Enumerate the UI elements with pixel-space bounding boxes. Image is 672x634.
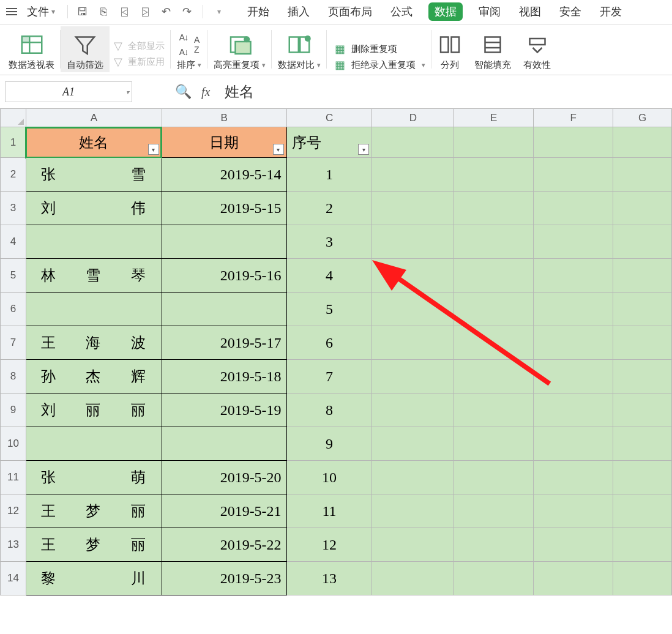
- cell-G7[interactable]: [613, 326, 672, 360]
- tab-developer[interactable]: 开发: [597, 3, 624, 20]
- cell-C6[interactable]: 5: [286, 293, 372, 326]
- cell-G3[interactable]: [613, 192, 672, 225]
- cell-F5[interactable]: [534, 259, 613, 293]
- col-header-B[interactable]: B: [162, 109, 286, 127]
- cell-F6[interactable]: [534, 293, 613, 326]
- cell-D9[interactable]: [372, 393, 454, 427]
- col-header-D[interactable]: D: [372, 109, 454, 127]
- cell-F8[interactable]: [534, 360, 613, 393]
- save-icon[interactable]: 🖫: [75, 4, 90, 19]
- cell-C14[interactable]: 13: [286, 562, 372, 595]
- cell-D13[interactable]: [372, 528, 454, 562]
- cell-E12[interactable]: [454, 494, 534, 528]
- cell-B7[interactable]: 2019-5-17: [162, 326, 286, 360]
- more-dropdown-icon[interactable]: ▾: [212, 4, 226, 19]
- cell-F11[interactable]: [534, 461, 613, 494]
- cell-D1[interactable]: [372, 127, 454, 158]
- cell-C9[interactable]: 8: [286, 393, 372, 427]
- cell-F2[interactable]: [534, 158, 613, 192]
- col-header-A[interactable]: A: [26, 109, 162, 127]
- cell-E9[interactable]: [454, 393, 534, 427]
- reapply-button[interactable]: ▽ 重新应用: [112, 55, 165, 69]
- cell-D11[interactable]: [372, 461, 454, 494]
- cell-D12[interactable]: [372, 494, 454, 528]
- col-header-F[interactable]: F: [534, 109, 613, 127]
- col-header-C[interactable]: C: [286, 109, 372, 127]
- tab-layout[interactable]: 页面布局: [326, 3, 375, 20]
- cell-C4[interactable]: 3: [286, 225, 372, 259]
- cell-F7[interactable]: [534, 326, 613, 360]
- cell-B8[interactable]: 2019-5-18: [162, 360, 286, 393]
- cell-B2[interactable]: 2019-5-14: [162, 158, 286, 192]
- cell-F14[interactable]: [534, 562, 613, 595]
- tab-view[interactable]: 视图: [517, 3, 543, 20]
- row-header[interactable]: 14: [1, 562, 26, 595]
- cell-C13[interactable]: 12: [286, 528, 372, 562]
- cell-F10[interactable]: [534, 427, 613, 461]
- cell-C12[interactable]: 11: [286, 494, 372, 528]
- sort-desc-button[interactable]: AZ: [194, 35, 199, 54]
- smart-fill-button[interactable]: 智能填充: [468, 26, 517, 72]
- row-header[interactable]: 2: [1, 158, 26, 192]
- undo-icon[interactable]: ↶: [159, 4, 173, 19]
- cell-C10[interactable]: 9: [286, 427, 372, 461]
- cell-E1[interactable]: [454, 127, 534, 158]
- row-header[interactable]: 10: [1, 427, 26, 461]
- tab-insert[interactable]: 插入: [285, 3, 312, 20]
- cell-G8[interactable]: [613, 360, 672, 393]
- select-all-corner[interactable]: [1, 109, 26, 127]
- cell-B12[interactable]: 2019-5-21: [162, 494, 286, 528]
- remove-dup-button[interactable]: ▦ 删除重复项: [333, 43, 425, 55]
- cell-E5[interactable]: [454, 259, 534, 293]
- cell-A7[interactable]: 王海波: [26, 326, 162, 360]
- cell-D4[interactable]: [372, 225, 454, 259]
- cell-B4[interactable]: [162, 225, 286, 259]
- cell-F12[interactable]: [534, 494, 613, 528]
- cell-B13[interactable]: 2019-5-22: [162, 528, 286, 562]
- cell-G13[interactable]: [613, 528, 672, 562]
- cell-C7[interactable]: 6: [286, 326, 372, 360]
- cell-B5[interactable]: 2019-5-16: [162, 259, 286, 293]
- cell-G4[interactable]: [613, 225, 672, 259]
- cell-A2[interactable]: 张雪: [26, 158, 162, 192]
- cell-G9[interactable]: [613, 393, 672, 427]
- cell-G10[interactable]: [613, 427, 672, 461]
- file-menu[interactable]: 文件 ▾: [23, 3, 59, 20]
- row-header[interactable]: 6: [1, 293, 26, 326]
- cell-A4[interactable]: [26, 225, 162, 259]
- tab-security[interactable]: 安全: [557, 3, 584, 20]
- cell-A5[interactable]: 林雪琴: [26, 259, 162, 293]
- row-header[interactable]: 11: [1, 461, 26, 494]
- cell-E8[interactable]: [454, 360, 534, 393]
- text-to-columns-button[interactable]: 分列: [431, 26, 468, 72]
- magnifier-icon[interactable]: 🔍: [175, 84, 192, 100]
- hamburger-icon[interactable]: [6, 5, 20, 18]
- cell-C2[interactable]: 1: [286, 158, 372, 192]
- cell-E6[interactable]: [454, 293, 534, 326]
- cell-B10[interactable]: [162, 427, 286, 461]
- cell-A13[interactable]: 王梦丽: [26, 528, 162, 562]
- cell-E14[interactable]: [454, 562, 534, 595]
- cell-G14[interactable]: [613, 562, 672, 595]
- filter-dropdown-icon[interactable]: ▾: [358, 144, 369, 155]
- cell-B6[interactable]: [162, 293, 286, 326]
- cell-A8[interactable]: 孙杰辉: [26, 360, 162, 393]
- cell-D8[interactable]: [372, 360, 454, 393]
- cell-F1[interactable]: [534, 127, 613, 158]
- print-icon[interactable]: ⎘: [96, 4, 111, 19]
- cell-B1[interactable]: 日期 ▾: [162, 127, 286, 158]
- cell-B3[interactable]: 2019-5-15: [162, 192, 286, 225]
- col-header-E[interactable]: E: [454, 109, 534, 127]
- cell-E10[interactable]: [454, 427, 534, 461]
- cell-D2[interactable]: [372, 158, 454, 192]
- autofilter-button[interactable]: 自动筛选: [61, 26, 110, 72]
- cell-C3[interactable]: 2: [286, 192, 372, 225]
- cell-E2[interactable]: [454, 158, 534, 192]
- cell-A10[interactable]: [26, 427, 162, 461]
- cell-C11[interactable]: 10: [286, 461, 372, 494]
- cell-B9[interactable]: 2019-5-19: [162, 393, 286, 427]
- cell-D5[interactable]: [372, 259, 454, 293]
- row-header[interactable]: 4: [1, 225, 26, 259]
- row-header[interactable]: 12: [1, 494, 26, 528]
- cell-A14[interactable]: 黎川: [26, 562, 162, 595]
